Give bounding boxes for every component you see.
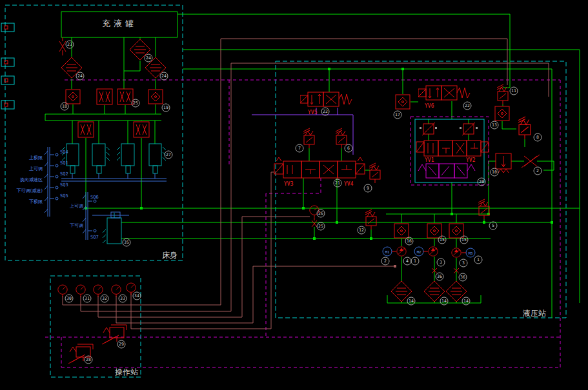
svg-text:11: 11 — [511, 88, 516, 93]
svg-text:14: 14 — [409, 298, 414, 304]
svg-text:17: 17 — [395, 112, 400, 117]
svg-text:22: 22 — [465, 103, 470, 108]
cylinder — [92, 144, 110, 173]
svg-text:14: 14 — [463, 298, 469, 304]
svg-text:26: 26 — [318, 211, 323, 216]
check-valve-icon — [449, 224, 463, 238]
balloon-callout: 28 — [85, 356, 92, 364]
switch-id: SQ5 — [60, 193, 68, 199]
balloon-callout: 15 — [438, 236, 446, 244]
switch-label: 下可调 — [70, 223, 83, 228]
switch-id: SQ3 — [60, 182, 68, 188]
prefill-tank-group — [59, 37, 166, 137]
svg-text:30: 30 — [66, 296, 72, 301]
switch-id: SQ1 — [60, 161, 68, 166]
pressure-gauge-icon — [112, 285, 121, 297]
check-valve-icon — [66, 90, 80, 104]
svg-text:6: 6 — [347, 146, 350, 151]
switch-id: SQ6 — [90, 195, 99, 200]
pump-icon — [429, 247, 438, 256]
svg-text:25: 25 — [133, 101, 138, 106]
prefill-valve-icon — [97, 89, 112, 104]
balloon-callout: 12 — [358, 226, 365, 234]
balloon-callout: 17 — [394, 111, 401, 119]
svg-text:35: 35 — [124, 240, 129, 245]
cylinder — [149, 144, 166, 173]
relief-valve-icon — [336, 128, 347, 148]
plug — [432, 268, 459, 273]
gauge-control-lines — [63, 39, 549, 329]
directional-valve-20 — [418, 164, 475, 178]
check-valve-icon — [148, 90, 163, 104]
balloon-callout: 1 — [411, 257, 419, 265]
svg-text:9: 9 — [367, 186, 369, 191]
balloon-callout: 11 — [510, 87, 518, 95]
balloon-callout: 3 — [460, 259, 467, 267]
svg-text:33: 33 — [120, 296, 125, 301]
svg-text:10: 10 — [492, 170, 497, 175]
yv1-yv2-block — [411, 117, 489, 185]
balloon-callout: 25 — [317, 222, 325, 230]
sequence-valve — [496, 153, 511, 173]
balloon-callout: 35 — [123, 239, 130, 246]
balloon-callout: 36 — [459, 273, 467, 281]
svg-text:23: 23 — [67, 42, 72, 47]
balloon-callout: 1 — [474, 256, 482, 264]
switch-label: 下极限 — [29, 199, 43, 204]
balloon-callout: 13 — [491, 121, 498, 129]
balloon-callout: 24 — [145, 54, 152, 62]
balloon-callout: 30 — [65, 295, 73, 302]
svg-text:32: 32 — [102, 296, 107, 301]
cad-drawing-canvas[interactable]: SQ4 SQ1 SQ2 SQ3 SQ5 上极限 上可调 换向减速区 下可调(减速… — [0, 0, 588, 390]
svg-text:1: 1 — [477, 257, 480, 262]
relief-valve-icon — [369, 163, 380, 183]
balloon-callout: 22 — [463, 102, 471, 110]
directional-valve-yv3-yv4 — [274, 157, 365, 178]
balloon-callout: 2 — [534, 167, 542, 175]
hydraulic-schematic: SQ4 SQ1 SQ2 SQ3 SQ5 上极限 上可调 换向减速区 下可调(减速… — [0, 0, 588, 390]
motor-label-m3: M3 — [469, 251, 473, 255]
balloon-callout: 36 — [436, 273, 443, 280]
balloon-callout: 8 — [534, 133, 542, 141]
svg-text:2: 2 — [536, 168, 539, 173]
svg-text:14: 14 — [441, 298, 447, 304]
svg-text:4: 4 — [406, 258, 409, 264]
limit-switch-rail-1: SQ4 SQ1 SQ2 SQ3 SQ5 上极限 上可调 换向减速区 下可调(减速… — [17, 147, 68, 217]
valve-tag-yv4: YV4 — [344, 181, 354, 187]
motor-label-m1: M1 — [385, 250, 390, 254]
cylinder — [62, 144, 79, 173]
bed-title: 床身 — [162, 251, 177, 260]
svg-text:5: 5 — [492, 223, 494, 228]
balloon-callout: 31 — [83, 295, 91, 302]
balloon-callout: 3 — [437, 258, 445, 266]
relief-valve-icon — [303, 128, 314, 148]
balloon-callout: 15 — [460, 236, 468, 244]
svg-text:12: 12 — [359, 228, 364, 233]
directional-valve-yv5 — [300, 92, 352, 106]
operator-title: 操作站 — [115, 367, 138, 376]
balloon-callout: 4 — [403, 257, 411, 265]
balloon-callout: 9 — [364, 184, 372, 192]
balloon-callout: 33 — [119, 295, 127, 302]
svg-text:28: 28 — [86, 357, 91, 362]
svg-text:22: 22 — [323, 109, 328, 114]
svg-text:3: 3 — [440, 260, 442, 265]
balloon-callout: 27 — [165, 151, 172, 159]
balloon-callout: 22 — [321, 108, 329, 115]
switch-id: SQ2 — [60, 171, 68, 177]
svg-text:16: 16 — [407, 239, 412, 244]
pump-icon — [397, 247, 406, 256]
balloon-callout: 10 — [491, 168, 498, 176]
balloon-callout: 16 — [405, 237, 413, 245]
switch-label: 上可调 — [29, 166, 43, 171]
beam2 — [92, 212, 129, 218]
ejector-cylinder — [103, 213, 121, 244]
moving-beam — [61, 173, 167, 181]
svg-text:36: 36 — [437, 274, 442, 279]
check-valve-icon — [394, 224, 409, 238]
balloon-callout: 6 — [345, 144, 352, 152]
valve-tag-yv5: YV5 — [308, 110, 318, 115]
switch-label: 换向减速区 — [20, 177, 43, 182]
prefill-valve-icon — [134, 122, 149, 137]
balloon-callout: 32 — [101, 295, 108, 302]
